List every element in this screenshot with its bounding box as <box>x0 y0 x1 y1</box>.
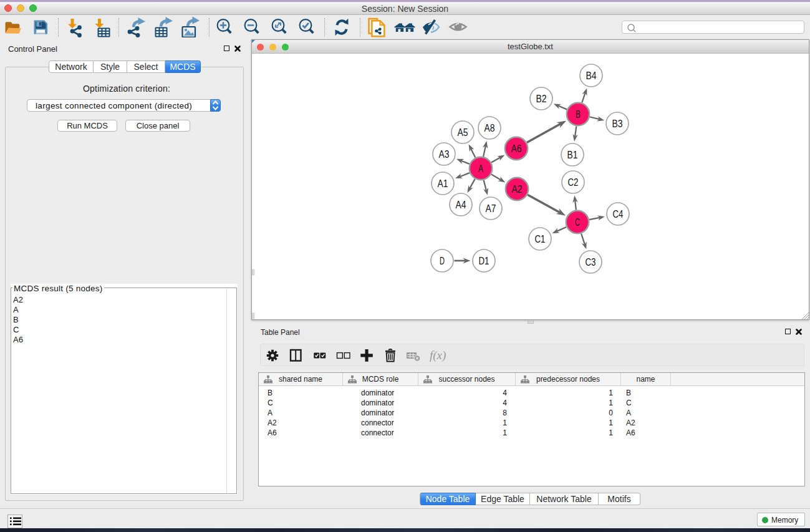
svg-text:D: D <box>440 255 445 267</box>
svg-text:A: A <box>478 163 483 175</box>
svg-text:C4: C4 <box>613 208 624 220</box>
svg-text:A2: A2 <box>512 183 523 195</box>
svg-text:B: B <box>576 109 581 120</box>
svg-text:C: C <box>575 216 580 228</box>
svg-text:A3: A3 <box>439 148 450 160</box>
svg-text:D1: D1 <box>479 255 489 267</box>
svg-text:A5: A5 <box>458 127 468 138</box>
svg-text:A7: A7 <box>486 203 496 215</box>
svg-text:C1: C1 <box>535 233 546 245</box>
svg-text:A8: A8 <box>485 122 495 134</box>
svg-text:C3: C3 <box>586 256 596 268</box>
svg-text:B2: B2 <box>536 93 547 105</box>
svg-text:B3: B3 <box>612 118 623 130</box>
svg-text:B4: B4 <box>586 70 597 82</box>
svg-text:f(x): f(x) <box>430 349 446 362</box>
svg-text:A6: A6 <box>511 143 522 155</box>
svg-text:B1: B1 <box>567 149 578 161</box>
svg-text:A1: A1 <box>438 178 448 190</box>
svg-text:C2: C2 <box>568 177 579 188</box>
svg-text:A4: A4 <box>456 199 466 211</box>
